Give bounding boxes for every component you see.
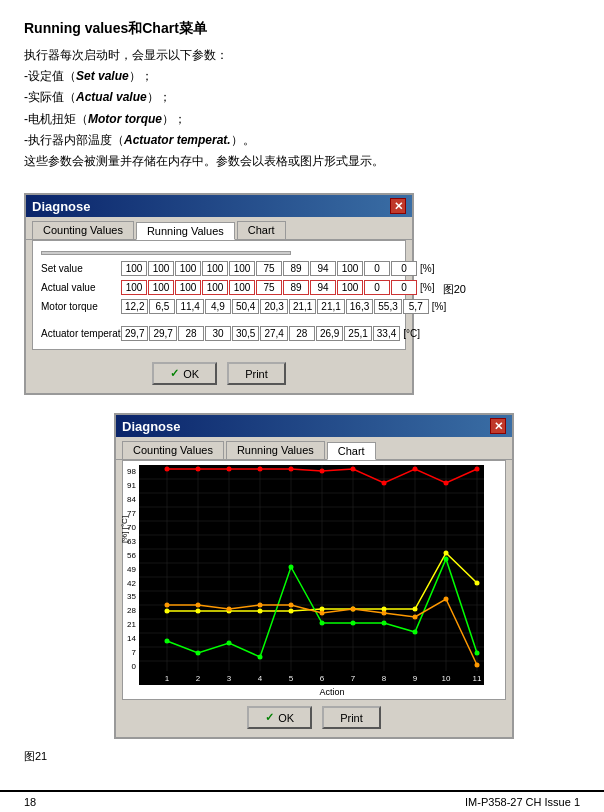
dialog-2-footer: ✓ OK Print: [116, 700, 512, 737]
motor-torque-row: Motor torque 12,26,511,44,950,420,321,12…: [41, 299, 397, 314]
x-tick-9: 9: [413, 674, 418, 683]
y-tick-0: 0: [131, 662, 135, 671]
dialog-1-content: Set value 10010010010010075899410000 [%]…: [32, 240, 406, 350]
motor-torque-cells: 12,26,511,44,950,420,321,121,116,355,35,…: [121, 299, 429, 314]
set-value-label: Set value: [41, 263, 121, 274]
sv-dot-10: [443, 481, 448, 486]
mt-dot-7: [350, 621, 355, 626]
av-dot-11: [474, 581, 479, 586]
tab-running-values-2[interactable]: Running Values: [226, 441, 325, 459]
dialog-2-print-btn[interactable]: Print: [322, 706, 381, 729]
mt-dot-3: [226, 641, 231, 646]
y-tick-56: 56: [127, 551, 136, 560]
at-dot-5: [288, 603, 293, 608]
body-text-2: -设定值（Set value）；: [24, 67, 580, 86]
av-dot-4: [257, 609, 262, 614]
mt-dot-11: [474, 651, 479, 656]
at-dot-3: [226, 607, 231, 612]
av-dot-5: [288, 609, 293, 614]
av-dot-9: [412, 607, 417, 612]
body-text-6: 这些参数会被测量并存储在内存中。参数会以表格或图片形式显示。: [24, 152, 580, 171]
chart-content: 98 91 84 77 70 63 56 49 42 35 28 21 14 7…: [122, 460, 506, 700]
y-tick-84: 84: [127, 495, 136, 504]
av-dot-10: [443, 551, 448, 556]
at-dot-7: [350, 607, 355, 612]
ok-label-2: OK: [278, 712, 294, 724]
y-tick-28: 28: [127, 606, 136, 615]
tab-running-values-1[interactable]: Running Values: [136, 222, 235, 240]
x-tick-4: 4: [258, 674, 263, 683]
set-value-cells: 10010010010010075899410000: [121, 261, 417, 276]
sv-dot-1: [164, 467, 169, 472]
mt-dot-5: [288, 565, 293, 570]
sv-dot-3: [226, 467, 231, 472]
sv-dot-8: [381, 481, 386, 486]
set-value-unit: [%]: [417, 263, 434, 274]
sv-dot-7: [350, 467, 355, 472]
dialog-2-title: Diagnose: [122, 419, 181, 434]
at-dot-11: [474, 663, 479, 668]
y-tick-35: 35: [127, 592, 136, 601]
dialog-2-close-btn[interactable]: ✕: [490, 418, 506, 434]
at-dot-10: [443, 597, 448, 602]
y-tick-21: 21: [127, 620, 136, 629]
fig21-label: 图21: [24, 749, 580, 764]
fig20-label: 图20: [443, 282, 466, 297]
sv-dot-5: [288, 467, 293, 472]
dialog-1-ok-btn[interactable]: ✓ OK: [152, 362, 217, 385]
body-text-5: -执行器内部温度（Actuator temperat.）。: [24, 131, 580, 150]
sv-dot-2: [195, 467, 200, 472]
page-footer: 18 IM-P358-27 CH Issue 1: [0, 790, 604, 812]
sv-dot-11: [474, 467, 479, 472]
diagnose-dialog-1: Diagnose ✕ Counting Values Running Value…: [24, 193, 414, 395]
motor-torque-unit: [%]: [429, 301, 446, 312]
tab-counting-values-1[interactable]: Counting Values: [32, 221, 134, 239]
x-tick-3: 3: [227, 674, 232, 683]
x-axis-label: Action: [163, 687, 501, 697]
sv-dot-9: [412, 467, 417, 472]
actuator-temperat-label: Actuator temperat.: [41, 328, 121, 339]
actual-value-label: Actual value: [41, 282, 121, 293]
y-tick-98: 98: [127, 467, 136, 476]
y-tick-7: 7: [131, 648, 135, 657]
y-tick-14: 14: [127, 634, 136, 643]
at-dot-2: [195, 603, 200, 608]
y-tick-91: 91: [127, 481, 136, 490]
tab-chart-2[interactable]: Chart: [327, 442, 376, 460]
ok-label: OK: [183, 368, 199, 380]
x-tick-6: 6: [320, 674, 325, 683]
x-tick-2: 2: [196, 674, 201, 683]
mt-dot-10: [443, 557, 448, 562]
mt-dot-8: [381, 621, 386, 626]
sv-dot-4: [257, 467, 262, 472]
x-tick-5: 5: [289, 674, 294, 683]
tab-chart-1[interactable]: Chart: [237, 221, 286, 239]
x-tick-1: 1: [165, 674, 170, 683]
set-value-row: Set value 10010010010010075899410000 [%]: [41, 261, 397, 276]
dialog-1-close-btn[interactable]: ✕: [390, 198, 406, 214]
scroll-bar[interactable]: [41, 249, 397, 257]
mt-dot-4: [257, 655, 262, 660]
chart-svg: 1 2 3 4 5 6 7 8 9 10 11: [139, 465, 484, 685]
dialog-1-titlebar: Diagnose ✕: [26, 195, 412, 217]
sv-dot-6: [319, 469, 324, 474]
y-axis-label: [%] [°C]: [120, 516, 129, 543]
y-tick-42: 42: [127, 579, 136, 588]
ok-checkmark-2: ✓: [265, 711, 274, 724]
tab-counting-values-2[interactable]: Counting Values: [122, 441, 224, 459]
dialog-1-title: Diagnose: [32, 199, 91, 214]
chart-wrapper: 98 91 84 77 70 63 56 49 42 35 28 21 14 7…: [127, 465, 501, 685]
dialog-1-print-btn[interactable]: Print: [227, 362, 286, 385]
at-dot-9: [412, 615, 417, 620]
actuator-temperat-unit: [°C]: [400, 328, 420, 339]
actuator-temperat-cells: 29,729,7283030,527,42826,925,133,4: [121, 326, 400, 341]
at-dot-6: [319, 611, 324, 616]
mt-dot-9: [412, 630, 417, 635]
ok-checkmark: ✓: [170, 367, 179, 380]
motor-torque-label: Motor torque: [41, 301, 121, 312]
dialog-2-tabs: Counting Values Running Values Chart: [116, 437, 512, 460]
footer-doc-ref: IM-P358-27 CH Issue 1: [465, 796, 580, 808]
dialog-2-ok-btn[interactable]: ✓ OK: [247, 706, 312, 729]
av-dot-1: [164, 609, 169, 614]
x-tick-8: 8: [382, 674, 387, 683]
